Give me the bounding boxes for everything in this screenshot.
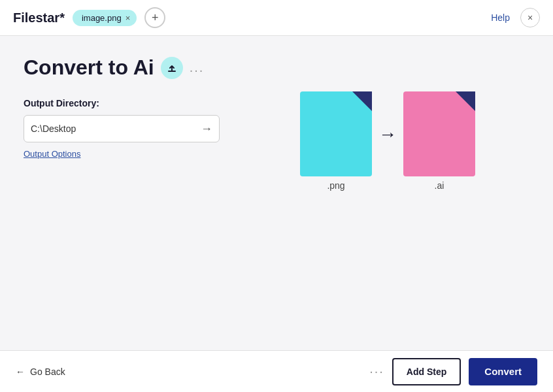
close-button[interactable]: × bbox=[520, 8, 540, 27]
target-file-body bbox=[403, 91, 475, 176]
source-file-icon bbox=[300, 91, 372, 176]
add-step-button[interactable]: Add Step bbox=[392, 358, 461, 385]
go-back-button[interactable]: ← Go Back bbox=[16, 367, 65, 377]
help-link[interactable]: Help bbox=[491, 12, 510, 23]
source-file-label: .png bbox=[327, 180, 344, 191]
source-file-corner bbox=[352, 91, 372, 111]
directory-input[interactable] bbox=[31, 123, 195, 134]
add-tab-button[interactable]: + bbox=[144, 7, 165, 28]
go-back-label: Go Back bbox=[30, 367, 65, 377]
conversion-arrow-icon: → bbox=[378, 124, 397, 145]
output-options-link[interactable]: Output Options bbox=[24, 149, 80, 159]
target-file-corner bbox=[456, 91, 475, 111]
source-file-body bbox=[300, 91, 372, 176]
convert-button[interactable]: Convert bbox=[469, 358, 537, 385]
footer-dots-button[interactable]: ··· bbox=[369, 364, 384, 379]
more-options-button[interactable]: ... bbox=[190, 60, 205, 75]
directory-input-row: → bbox=[24, 115, 220, 142]
footer-right: ··· Add Step Convert bbox=[369, 358, 537, 385]
target-file-label: .ai bbox=[435, 180, 444, 191]
chip-close-icon[interactable]: × bbox=[126, 14, 131, 22]
upload-badge-button[interactable] bbox=[161, 57, 183, 79]
file-illustration: .png → .ai bbox=[246, 91, 529, 191]
app-title: Filestar* bbox=[13, 10, 65, 25]
page-title: Convert to Ai bbox=[24, 56, 154, 80]
directory-arrow-icon[interactable]: → bbox=[201, 122, 212, 136]
header-left: Filestar* image.png × + bbox=[13, 7, 165, 28]
form-area: Output Directory: → Output Options .png … bbox=[24, 98, 529, 191]
main-content: Convert to Ai ... Output Directory: → Ou… bbox=[0, 36, 553, 350]
file-chip-label: image.png bbox=[82, 13, 122, 23]
file-chip[interactable]: image.png × bbox=[73, 10, 137, 26]
app-footer: ← Go Back ··· Add Step Convert bbox=[0, 350, 553, 392]
form-left: Output Directory: → Output Options bbox=[24, 98, 220, 159]
heading-row: Convert to Ai ... bbox=[24, 56, 529, 80]
app-header: Filestar* image.png × + Help × bbox=[0, 0, 553, 36]
header-right: Help × bbox=[491, 8, 540, 27]
target-file-icon bbox=[403, 91, 475, 176]
output-directory-label: Output Directory: bbox=[24, 98, 220, 108]
go-back-arrow-icon: ← bbox=[16, 367, 25, 377]
upload-icon bbox=[167, 63, 177, 73]
